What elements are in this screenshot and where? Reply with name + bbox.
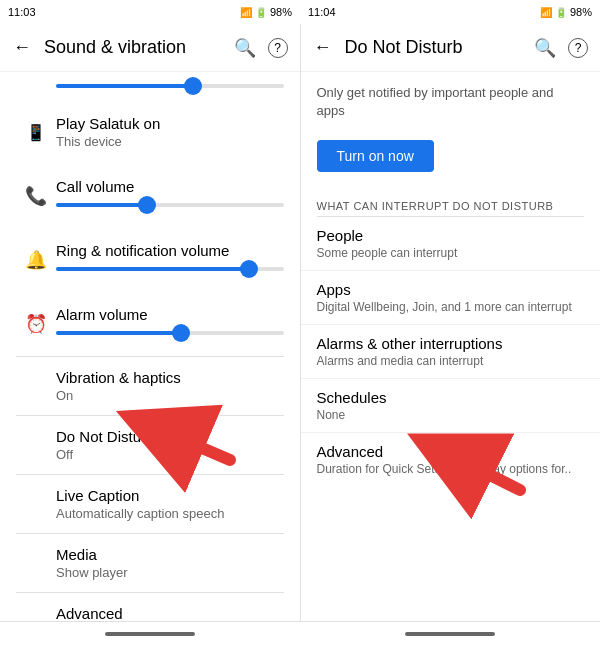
do-not-disturb-item[interactable]: Do Not Disturb Off bbox=[0, 416, 300, 474]
left-top-icons: 🔍 ? bbox=[234, 37, 288, 59]
left-advanced-item[interactable]: Advanced Shortcut to prevent ringing, No… bbox=[0, 593, 300, 621]
live-caption-item[interactable]: Live Caption Automatically caption speec… bbox=[0, 475, 300, 533]
call-volume-thumb[interactable] bbox=[138, 196, 156, 214]
dnd-schedules-item[interactable]: Schedules None bbox=[301, 379, 601, 433]
right-nav-pill bbox=[405, 632, 495, 636]
right-battery: 98% bbox=[570, 6, 592, 18]
vibration-haptics-title: Vibration & haptics bbox=[56, 369, 284, 386]
left-status-bar: 11:03 📶 🔋 98% bbox=[0, 0, 300, 24]
right-chevron-down-icon[interactable]: ⌄ bbox=[301, 450, 304, 469]
top-slider-section bbox=[0, 72, 300, 100]
right-search-icon[interactable]: 🔍 bbox=[534, 37, 556, 59]
left-search-icon[interactable]: 🔍 bbox=[234, 37, 256, 59]
right-screen-content: Only get notified by important people an… bbox=[301, 72, 601, 621]
left-battery: 98% bbox=[270, 6, 292, 18]
do-not-disturb-title: Do Not Disturb bbox=[56, 428, 284, 445]
play-salatuk-subtitle: This device bbox=[56, 134, 284, 149]
dnd-people-title: People bbox=[317, 227, 585, 244]
top-slider-fill bbox=[56, 84, 193, 88]
left-nav-pill-container bbox=[0, 622, 300, 645]
phone-icon: 📱 bbox=[16, 112, 56, 152]
dnd-intro-text: Only get notified by important people an… bbox=[301, 72, 601, 132]
dnd-apps-title: Apps bbox=[317, 281, 585, 298]
dnd-alarms-title: Alarms & other interruptions bbox=[317, 335, 585, 352]
play-salatuk-item[interactable]: 📱 Play Salatuk on This device bbox=[0, 100, 300, 164]
do-not-disturb-screen: ← Do Not Disturb 🔍 ? Only get notified b… bbox=[301, 24, 601, 621]
right-status-bar: 11:04 📶 🔋 98% bbox=[300, 0, 600, 24]
right-nav-pill-container bbox=[300, 622, 600, 645]
bell-icon: 🔔 bbox=[16, 240, 56, 280]
right-time: 11:04 bbox=[308, 6, 336, 18]
dnd-alarms-item[interactable]: Alarms & other interruptions Alarms and … bbox=[301, 325, 601, 379]
bottom-nav-bar bbox=[0, 621, 600, 645]
alarm-volume-thumb[interactable] bbox=[172, 324, 190, 342]
right-top-icons: 🔍 ? bbox=[534, 37, 588, 59]
dnd-apps-item[interactable]: Apps Digital Wellbeing, Join, and 1 more… bbox=[301, 271, 601, 325]
left-nav-pill bbox=[105, 632, 195, 636]
media-subtitle: Show player bbox=[56, 565, 284, 580]
top-slider-thumb[interactable] bbox=[184, 77, 202, 95]
play-salatuk-title: Play Salatuk on bbox=[56, 115, 284, 132]
vibration-haptics-subtitle: On bbox=[56, 388, 284, 403]
left-advanced-title: Advanced bbox=[56, 605, 284, 621]
dnd-schedules-title: Schedules bbox=[317, 389, 585, 406]
dnd-schedules-subtitle: None bbox=[317, 408, 585, 422]
alarm-volume-item: ⏰ Alarm volume bbox=[0, 292, 300, 356]
dnd-apps-subtitle: Digital Wellbeing, Join, and 1 more can … bbox=[317, 300, 585, 314]
left-back-button[interactable]: ← bbox=[12, 38, 32, 58]
call-volume-title: Call volume bbox=[56, 178, 284, 195]
do-not-disturb-subtitle: Off bbox=[56, 447, 284, 462]
left-time: 11:03 bbox=[8, 6, 36, 18]
live-caption-title: Live Caption bbox=[56, 487, 284, 504]
right-back-button[interactable]: ← bbox=[313, 38, 333, 58]
left-status-icons: 📶 🔋 98% bbox=[240, 6, 292, 18]
dnd-alarms-subtitle: Alarms and media can interrupt bbox=[317, 354, 585, 368]
right-help-icon[interactable]: ? bbox=[568, 38, 588, 58]
ring-notification-item: 🔔 Ring & notification volume bbox=[0, 228, 300, 292]
dnd-people-subtitle: Some people can interrupt bbox=[317, 246, 585, 260]
left-screen-content: 📱 Play Salatuk on This device 📞 Call vol… bbox=[0, 72, 300, 621]
call-volume-slider[interactable] bbox=[56, 203, 284, 207]
call-icon: 📞 bbox=[16, 176, 56, 216]
ring-notification-title: Ring & notification volume bbox=[56, 242, 284, 259]
alarm-volume-slider[interactable] bbox=[56, 331, 284, 335]
sound-vibration-screen: ← Sound & vibration 🔍 ? 📱 bbox=[0, 24, 301, 621]
live-caption-subtitle: Automatically caption speech bbox=[56, 506, 284, 521]
media-title: Media bbox=[56, 546, 284, 563]
alarm-volume-title: Alarm volume bbox=[56, 306, 284, 323]
alarm-icon: ⏰ bbox=[16, 304, 56, 344]
dnd-advanced-subtitle: Duration for Quick Settings, Display opt… bbox=[317, 462, 585, 476]
right-status-icons: 📶 🔋 98% bbox=[540, 6, 592, 18]
top-slider-track[interactable] bbox=[56, 84, 284, 88]
dnd-section-header: WHAT CAN INTERRUPT DO NOT DISTURB bbox=[301, 188, 601, 216]
turn-on-now-button[interactable]: Turn on now bbox=[317, 140, 434, 172]
right-screen-title: Do Not Disturb bbox=[345, 37, 535, 58]
left-help-icon[interactable]: ? bbox=[268, 38, 288, 58]
dnd-people-item[interactable]: People Some people can interrupt bbox=[301, 217, 601, 271]
left-top-bar: ← Sound & vibration 🔍 ? bbox=[0, 24, 300, 72]
dnd-advanced-title: Advanced bbox=[317, 443, 585, 460]
left-screen-title: Sound & vibration bbox=[44, 37, 234, 58]
call-volume-item: 📞 Call volume bbox=[0, 164, 300, 228]
media-item[interactable]: Media Show player bbox=[0, 534, 300, 592]
ring-notification-thumb[interactable] bbox=[240, 260, 258, 278]
ring-notification-slider[interactable] bbox=[56, 267, 284, 271]
dnd-advanced-item[interactable]: Advanced Duration for Quick Settings, Di… bbox=[301, 433, 601, 486]
right-top-bar: ← Do Not Disturb 🔍 ? bbox=[301, 24, 601, 72]
vibration-haptics-item[interactable]: Vibration & haptics On bbox=[0, 357, 300, 415]
